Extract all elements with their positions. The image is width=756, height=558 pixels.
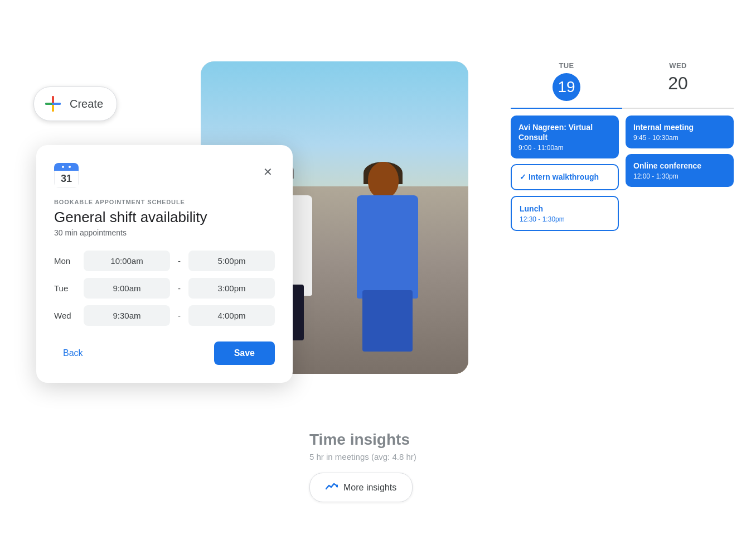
- close-button[interactable]: ✕: [261, 163, 275, 181]
- calendar-section: TUE 19 WED 20 Avi Nagreen: Virtual Consu…: [511, 61, 734, 231]
- time-start-tue[interactable]: 9:00am: [84, 278, 170, 299]
- event-time-consult: 9:00 - 11:00am: [518, 144, 611, 152]
- day-number-wed: 20: [622, 73, 734, 94]
- divider-wed: [622, 108, 734, 109]
- time-insights: Time insights 5 hr in meetings (avg: 4.8…: [309, 431, 416, 502]
- cal-col-tue: TUE 19: [511, 61, 622, 101]
- time-start-mon[interactable]: 10:00am: [84, 251, 170, 271]
- event-title-intern: ✓Intern walkthrough: [520, 172, 610, 182]
- event-title-internal: Internal meeting: [633, 122, 726, 132]
- more-insights-label: More insights: [343, 483, 396, 493]
- time-end-tue[interactable]: 3:00pm: [188, 278, 275, 299]
- insights-subtitle: 5 hr in meetings (avg: 4.8 hr): [309, 452, 416, 461]
- modal-subtitle: 30 min appointments: [54, 228, 275, 237]
- event-internal-meeting[interactable]: Internal meeting 9:45 - 10:30am: [626, 116, 734, 148]
- event-time-internal: 9:45 - 10:30am: [633, 134, 726, 142]
- google-plus-icon: [43, 94, 63, 114]
- tue-events: Avi Nagreen: Virtual Consult 9:00 - 11:0…: [511, 116, 619, 231]
- day-mon: Mon: [54, 256, 79, 266]
- day-wed: Wed: [54, 311, 79, 320]
- create-label: Create: [70, 98, 103, 110]
- scene: Create: [0, 0, 756, 558]
- dash-wed: -: [175, 311, 184, 320]
- back-button[interactable]: Back: [54, 343, 92, 364]
- day-name-wed: WED: [622, 61, 734, 70]
- event-virtual-consult[interactable]: Avi Nagreen: Virtual Consult 9:00 - 11:0…: [511, 116, 619, 158]
- insights-chart-icon: [326, 481, 338, 494]
- cal-col-wed: WED 20: [622, 61, 734, 101]
- calendar-events: Avi Nagreen: Virtual Consult 9:00 - 11:0…: [511, 116, 734, 231]
- day-name-tue: TUE: [511, 61, 622, 70]
- calendar-icon: 31: [54, 163, 79, 187]
- booking-modal: 31 ✕ BOOKABLE APPOINTMENT SCHEDULE Gener…: [36, 145, 293, 383]
- modal-title: General shift availability: [54, 209, 275, 226]
- event-time-lunch: 12:30 - 1:30pm: [520, 215, 610, 223]
- schedule-row-tue: Tue 9:00am - 3:00pm: [54, 278, 275, 299]
- time-end-wed[interactable]: 4:00pm: [188, 305, 275, 326]
- modal-header: 31 ✕: [54, 163, 275, 187]
- bookable-label: BOOKABLE APPOINTMENT SCHEDULE: [54, 199, 275, 205]
- svg-point-8: [69, 166, 71, 168]
- day-tue: Tue: [54, 283, 79, 293]
- event-title-consult: Avi Nagreen: Virtual Consult: [518, 122, 611, 142]
- event-online-conference[interactable]: Online conference 12:00 - 1:30pm: [626, 154, 734, 187]
- divider-tue: [511, 108, 622, 109]
- person2: [351, 162, 424, 352]
- svg-point-7: [62, 166, 64, 168]
- dash-mon: -: [175, 256, 184, 266]
- check-icon: ✓: [520, 172, 526, 181]
- wed-events: Internal meeting 9:45 - 10:30am Online c…: [626, 116, 734, 187]
- day-number-tue: 19: [553, 73, 580, 101]
- time-end-mon[interactable]: 5:00pm: [188, 251, 275, 271]
- event-time-conference: 12:00 - 1:30pm: [633, 172, 726, 180]
- cal-divider: [511, 108, 734, 109]
- dash-tue: -: [175, 283, 184, 293]
- modal-footer: Back Save: [54, 341, 275, 365]
- schedule-row-wed: Wed 9:30am - 4:00pm: [54, 305, 275, 326]
- calendar-header: TUE 19 WED 20: [511, 61, 734, 101]
- schedule-list: Mon 10:00am - 5:00pm Tue 9:00am - 3:00pm…: [54, 251, 275, 326]
- event-title-conference: Online conference: [633, 161, 726, 171]
- schedule-row-mon: Mon 10:00am - 5:00pm: [54, 251, 275, 271]
- more-insights-button[interactable]: More insights: [309, 473, 413, 502]
- time-start-wed[interactable]: 9:30am: [84, 305, 170, 326]
- event-lunch[interactable]: Lunch 12:30 - 1:30pm: [511, 196, 619, 231]
- event-intern-walkthrough[interactable]: ✓Intern walkthrough: [511, 164, 619, 190]
- insights-title: Time insights: [309, 431, 416, 449]
- save-button[interactable]: Save: [214, 341, 275, 365]
- calendar-number: 31: [54, 171, 79, 187]
- event-title-lunch: Lunch: [520, 204, 610, 214]
- create-button[interactable]: Create: [33, 86, 117, 121]
